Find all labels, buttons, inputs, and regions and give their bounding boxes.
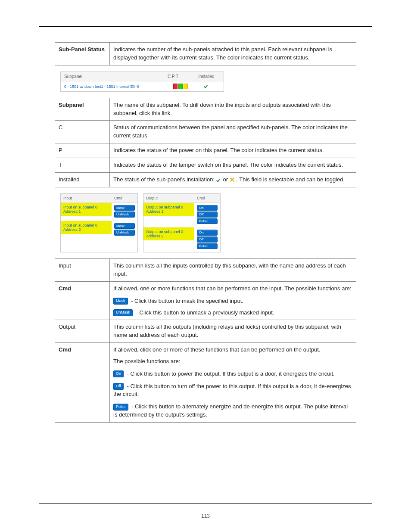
off-button[interactable]: Off xyxy=(197,236,218,243)
output-header-name: Output xyxy=(143,194,194,202)
mask-button[interactable]: Mask xyxy=(113,298,128,305)
row-cmd-out-desc: If allowed, click one or more of these f… xyxy=(110,343,356,423)
input-list: Input Cmd Input on subpanel 0 Address 1 … xyxy=(60,193,138,253)
subpanel-status-table: Sub-Panel Status Indicates the number of… xyxy=(55,42,356,65)
input-header-cmd: Cmd xyxy=(112,194,137,202)
input-row-1-link[interactable]: Input on subpanel 0 Address 1 xyxy=(63,205,97,214)
mask-desc: - Click this button to mask the specifie… xyxy=(131,298,243,304)
input-header-name: Input xyxy=(61,194,112,202)
cmd-out-intro: If allowed, click one or more of these f… xyxy=(113,346,352,354)
unmask-button[interactable]: UnMask xyxy=(114,230,135,236)
installed-desc-post: . This field is selectable and can be to… xyxy=(236,176,345,183)
unmask-button[interactable]: UnMask xyxy=(113,309,133,316)
pulse-button[interactable]: Pulse xyxy=(197,243,218,249)
output-list: Output Cmd Output on subpanel 0 Address … xyxy=(143,193,221,253)
off-desc: - Click this button to turn off the powe… xyxy=(113,383,351,398)
io-fields-table: Input This column lists all the inputs c… xyxy=(55,258,356,423)
row-subpanel-label: Subpanel xyxy=(55,98,110,121)
page-number: 113 xyxy=(0,513,411,519)
on-desc: - Click this button to power the output.… xyxy=(127,370,335,377)
header-rule xyxy=(39,26,372,27)
pulse-button[interactable]: Pulse xyxy=(197,218,218,224)
pulse-desc: - Click this button to alternately energ… xyxy=(113,403,348,418)
row-installed-label: Installed xyxy=(55,172,110,187)
cmd-out-intro2: The possible functions are: xyxy=(113,358,352,366)
cmd-in-intro: If allowed, one or more functions that c… xyxy=(113,285,352,293)
mask-button[interactable]: Mask xyxy=(114,205,135,211)
row-t-label: T xyxy=(55,158,110,172)
row-c-label: C xyxy=(55,121,110,143)
fig1-header-subpanel: Subpanel xyxy=(64,74,168,79)
output-row-2-link[interactable]: Output on subpanel 0 Address 2 xyxy=(146,230,183,238)
installed-no-icon xyxy=(230,177,235,182)
output-row-1-link[interactable]: Output on subpanel 0 Address 1 xyxy=(146,205,183,214)
installed-desc-mid: or xyxy=(223,176,229,183)
on-button[interactable]: On xyxy=(197,230,218,236)
row-c-desc: Status of communications between the pan… xyxy=(110,121,356,143)
row-input-desc: This column lists all the inputs control… xyxy=(110,259,356,282)
row-subpanel-desc: The name of this subpanel. To drill down… xyxy=(110,98,356,121)
on-button[interactable]: On xyxy=(197,205,218,211)
row-t-desc: Indicates the status of the tamper switc… xyxy=(110,158,356,172)
on-button[interactable]: On xyxy=(113,370,124,377)
subpanel-status-desc: Indicates the number of the sub-panels a… xyxy=(110,43,356,65)
row-installed-desc: The status of the sub-panel's installati… xyxy=(110,172,356,187)
mask-button[interactable]: Mask xyxy=(114,223,135,229)
status-p-icon xyxy=(178,84,183,89)
subpanel-status-label: Sub-Panel Status xyxy=(55,43,110,65)
row-cmd-in-desc: If allowed, one or more functions that c… xyxy=(110,281,356,320)
row-output-desc: This column lists all the outputs (inclu… xyxy=(110,320,356,343)
row-cmd-out-label: Cmd xyxy=(55,343,110,423)
installed-desc-pre: The status of the sub-panel's installati… xyxy=(113,176,216,183)
installed-yes-icon xyxy=(216,177,221,182)
row-cmd-in-label: Cmd xyxy=(55,281,110,320)
row-p-desc: Indicates the status of the power on thi… xyxy=(110,143,356,158)
subpanel-fields-table: Subpanel The name of this subpanel. To d… xyxy=(55,98,356,187)
subpanel-link[interactable]: 0 - 1501 w/ down test1 - 1501 Internal E… xyxy=(64,84,139,89)
unmask-button[interactable]: UnMask xyxy=(114,212,135,218)
off-button[interactable]: Off xyxy=(197,212,218,218)
footer-rule xyxy=(39,503,372,504)
io-figure: Input Cmd Input on subpanel 0 Address 1 … xyxy=(60,193,356,253)
row-input-label: Input xyxy=(55,259,110,282)
off-button[interactable]: Off xyxy=(113,383,124,390)
row-p-label: P xyxy=(55,143,110,158)
pulse-button[interactable]: Pulse xyxy=(113,404,128,411)
fig1-header-cpt: C P T xyxy=(168,74,193,79)
unmask-desc: - Click this button to unmask a previous… xyxy=(136,309,274,316)
fig1-header-installed: Installed xyxy=(193,74,219,79)
output-header-cmd: Cmd xyxy=(194,194,220,202)
status-c-icon xyxy=(173,84,177,89)
installed-check-icon[interactable] xyxy=(204,84,209,88)
status-t-icon xyxy=(184,84,188,89)
row-output-label: Output xyxy=(55,320,110,343)
input-row-2-link[interactable]: Input on subpanel 0 Address 2 xyxy=(63,223,97,232)
subpanel-strip: Subpanel C P T Installed 0 - 1501 w/ dow… xyxy=(60,72,224,92)
